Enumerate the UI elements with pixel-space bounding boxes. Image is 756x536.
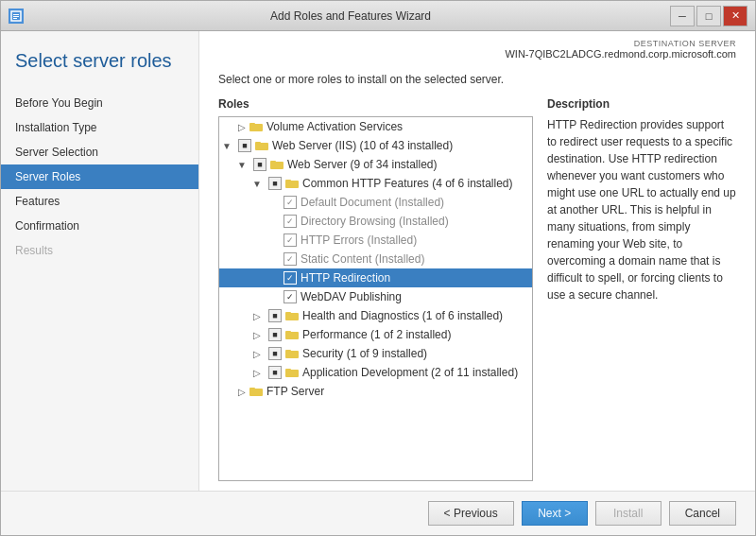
maximize-button[interactable]: □ bbox=[696, 6, 721, 26]
nav-item-server-selection[interactable]: Server Selection bbox=[1, 140, 198, 164]
server-name: WIN-7QIBC2LADCG.redmond.corp.microsoft.c… bbox=[199, 48, 736, 60]
tree-item-label: Health and Diagnostics (1 of 6 installed… bbox=[302, 309, 503, 322]
nav-item-confirmation[interactable]: Confirmation bbox=[1, 214, 198, 238]
right-panel: DESTINATION SERVER WIN-7QIBC2LADCG.redmo… bbox=[199, 31, 755, 491]
nav-item-results: Results bbox=[1, 238, 198, 263]
tree-item-label: Common HTTP Features (4 of 6 installed) bbox=[302, 177, 513, 190]
svg-rect-11 bbox=[285, 180, 291, 182]
expand-icon[interactable]: ▷ bbox=[249, 346, 265, 361]
description-text: HTTP Redirection provides support to red… bbox=[547, 116, 736, 303]
checkbox-webdav[interactable]: ✓ bbox=[284, 290, 297, 303]
checkbox-dir-browsing[interactable]: ✓ bbox=[284, 215, 297, 228]
tree-item-label: WebDAV Publishing bbox=[301, 290, 402, 303]
expand-icon[interactable]: ▼ bbox=[249, 176, 265, 191]
expand-icon[interactable]: ▷ bbox=[234, 119, 249, 134]
install-button[interactable]: Install bbox=[595, 501, 662, 526]
previous-button[interactable]: < Previous bbox=[428, 501, 514, 526]
tree-item-label: Default Document (Installed) bbox=[301, 196, 444, 209]
svg-rect-7 bbox=[255, 142, 261, 145]
next-button[interactable]: Next > bbox=[522, 501, 588, 526]
tree-item-http-redirection[interactable]: ▷ ✓ HTTP Redirection bbox=[219, 268, 532, 287]
description-label: Description bbox=[547, 97, 736, 111]
checkbox-health-diagnostics[interactable]: ■ bbox=[268, 309, 282, 322]
server-label: DESTINATION SERVER bbox=[199, 39, 736, 48]
svg-rect-21 bbox=[249, 388, 255, 390]
minimize-button[interactable]: ─ bbox=[670, 6, 695, 26]
expand-icon[interactable]: ▼ bbox=[219, 138, 234, 153]
window-controls: ─ □ ✕ bbox=[670, 6, 747, 26]
nav-item-features[interactable]: Features bbox=[1, 189, 198, 214]
description-column: Description HTTP Redirection provides su… bbox=[547, 97, 736, 481]
checkbox-app-development[interactable]: ■ bbox=[268, 366, 282, 379]
tree-item-security[interactable]: ▷ ■ Security (1 of 9 installed) bbox=[219, 344, 532, 363]
tree-item-static-content[interactable]: ▷ ✓ Static Content (Installed) bbox=[219, 250, 532, 268]
tree-item-web-server[interactable]: ▼ ■ Web Server (9 of 34 installed) bbox=[219, 155, 532, 174]
tree-item-label: Volume Activation Services bbox=[266, 120, 403, 133]
tree-item-health-diagnostics[interactable]: ▷ ■ Health and Diagnostics (1 of 6 insta… bbox=[219, 306, 532, 325]
svg-rect-15 bbox=[285, 331, 291, 334]
tree-item-label: Security (1 of 9 installed) bbox=[302, 347, 427, 360]
folder-icon bbox=[285, 347, 299, 360]
expand-icon[interactable]: ▷ bbox=[249, 365, 265, 380]
expand-icon[interactable]: ▼ bbox=[234, 157, 249, 172]
tree-item-webdav[interactable]: ▷ ✓ WebDAV Publishing bbox=[219, 287, 532, 306]
tree-item-label: Static Content (Installed) bbox=[301, 252, 424, 266]
checkbox-common-http[interactable]: ■ bbox=[268, 177, 282, 190]
checkbox-web-server-iis[interactable]: ■ bbox=[238, 139, 251, 152]
checkbox-security[interactable]: ■ bbox=[268, 347, 282, 360]
roles-column: Roles ▷ Volume Activati bbox=[218, 97, 533, 481]
tree-item-label: Directory Browsing (Installed) bbox=[301, 215, 449, 228]
instruction-text: Select one or more roles to install on t… bbox=[218, 73, 736, 86]
tree-item-common-http[interactable]: ▼ ■ Common HTTP Features (4 of 6 install… bbox=[219, 174, 532, 193]
expand-icon[interactable]: ▷ bbox=[234, 384, 249, 399]
svg-rect-2 bbox=[13, 16, 19, 17]
two-column-layout: Roles ▷ Volume Activati bbox=[218, 97, 736, 481]
tree-item-app-development[interactable]: ▷ ■ Application Development (2 of 11 ins… bbox=[219, 363, 532, 382]
tree-item-volume-activation[interactable]: ▷ Volume Activation Services bbox=[219, 117, 532, 136]
svg-rect-1 bbox=[13, 14, 19, 15]
roles-label: Roles bbox=[218, 97, 533, 111]
tree-item-web-server-iis[interactable]: ▼ ■ Web Server (IIS) (10 of 43 installed… bbox=[219, 136, 532, 155]
checkbox-performance[interactable]: ■ bbox=[268, 328, 282, 341]
tree-item-label: Application Development (2 of 11 install… bbox=[302, 366, 518, 379]
tree-item-http-errors[interactable]: ▷ ✓ HTTP Errors (Installed) bbox=[219, 231, 532, 250]
nav-item-installation-type[interactable]: Installation Type bbox=[1, 115, 198, 140]
checkbox-web-server[interactable]: ■ bbox=[253, 158, 266, 171]
svg-rect-13 bbox=[285, 312, 291, 315]
footer: < Previous Next > Install Cancel bbox=[1, 491, 755, 535]
tree-item-label: HTTP Redirection bbox=[301, 271, 390, 285]
server-header: DESTINATION SERVER WIN-7QIBC2LADCG.redmo… bbox=[199, 31, 755, 63]
checkbox-static-content[interactable]: ✓ bbox=[284, 252, 297, 266]
page-title: Select server roles bbox=[1, 41, 198, 91]
tree-item-default-document[interactable]: ▷ ✓ Default Document (Installed) bbox=[219, 193, 532, 212]
folder-icon bbox=[285, 328, 299, 341]
tree-item-dir-browsing[interactable]: ▷ ✓ Directory Browsing (Installed) bbox=[219, 212, 532, 231]
svg-rect-9 bbox=[270, 161, 276, 164]
tree-item-label: Web Server (IIS) (10 of 43 installed) bbox=[272, 139, 453, 152]
expand-icon[interactable]: ▷ bbox=[249, 327, 265, 342]
folder-icon bbox=[249, 385, 263, 398]
folder-icon bbox=[270, 158, 284, 171]
cancel-button[interactable]: Cancel bbox=[669, 501, 736, 526]
tree-item-label: Performance (1 of 2 installed) bbox=[302, 328, 451, 341]
tree-item-ftp-server[interactable]: ▷ FTP Server bbox=[219, 382, 532, 401]
checkbox-http-redirection[interactable]: ✓ bbox=[284, 271, 297, 285]
roles-tree-scroll[interactable]: ▷ Volume Activation Services ▼ ■ bbox=[219, 117, 532, 480]
svg-rect-17 bbox=[285, 350, 291, 353]
content-area: Select server roles Before You Begin Ins… bbox=[1, 31, 755, 491]
roles-tree-container: ▷ Volume Activation Services ▼ ■ bbox=[218, 116, 533, 481]
folder-icon bbox=[255, 139, 268, 152]
nav-item-before-you-begin[interactable]: Before You Begin bbox=[1, 91, 198, 115]
tree-item-label: FTP Server bbox=[266, 385, 324, 398]
window-icon bbox=[9, 9, 24, 24]
title-bar: Add Roles and Features Wizard ─ □ ✕ bbox=[1, 1, 755, 31]
nav-item-server-roles[interactable]: Server Roles bbox=[1, 164, 198, 189]
close-button[interactable]: ✕ bbox=[723, 6, 747, 26]
checkbox-default-document[interactable]: ✓ bbox=[284, 196, 297, 209]
tree-item-performance[interactable]: ▷ ■ Performance (1 of 2 installed) bbox=[219, 325, 532, 344]
svg-rect-3 bbox=[13, 18, 17, 19]
checkbox-http-errors[interactable]: ✓ bbox=[284, 233, 297, 247]
main-window: Add Roles and Features Wizard ─ □ ✕ Sele… bbox=[0, 0, 756, 536]
folder-icon bbox=[285, 309, 299, 322]
expand-icon[interactable]: ▷ bbox=[249, 308, 265, 323]
